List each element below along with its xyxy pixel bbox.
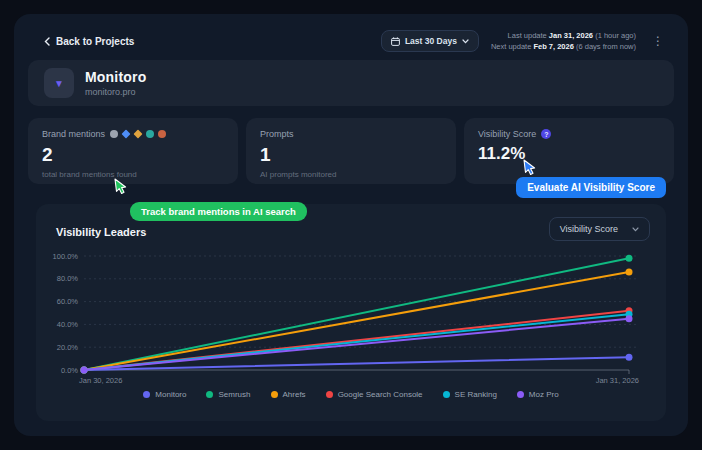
chevron-left-icon [44,37,50,46]
prompts-label: Prompts [260,129,294,139]
legend-item-monitoro[interactable]: Monitoro [143,390,186,399]
next-update-date: Feb 7, 2026 [533,42,573,51]
help-icon[interactable]: ? [541,129,551,139]
y-axis-tick-label: 40.0% [57,320,79,329]
legend-dot-icon [206,391,213,398]
header-right: Last 30 Days Last update Jan 31, 2026 (1… [381,30,668,52]
legend-label: Monitoro [155,390,186,399]
y-axis-tick-label: 60.0% [57,297,79,306]
legend-label: Semrush [218,390,250,399]
last-update-date: Jan 31, 2026 [549,31,593,40]
last-update-ago: (1 hour ago) [595,31,636,40]
legend-dot-icon [443,391,450,398]
x-axis-tick-label: Jan 31, 2026 [596,376,639,385]
legend-dot-icon [271,391,278,398]
y-axis-tick-label: 0.0% [61,366,78,375]
project-domain: monitoro.pro [85,87,146,97]
update-info: Last update Jan 31, 2026 (1 hour ago) Ne… [491,30,636,52]
project-name: Monitoro [85,69,146,85]
visibility-leaders-panel: Visibility Leaders Visibility Score 100.… [36,204,666,421]
claude-icon [158,130,166,138]
visibility-score-card: Visibility Score ? 11.2% [464,118,674,184]
prompts-sub: AI prompts monitored [260,170,442,179]
gemini-icon [122,129,131,138]
legend-dot-icon [326,391,333,398]
prompts-value: 1 [260,144,442,166]
project-meta: Monitoro monitoro.pro [85,69,146,97]
x-axis-tick-label: Jan 30, 2026 [79,376,122,385]
ai-provider-icons [110,130,166,138]
chart-legend: MonitoroSemrushAhrefsGoogle Search Conso… [36,390,666,399]
series-end-dot [626,354,633,361]
green-collab-cursor-icon [113,178,128,195]
blue-collab-cursor-icon [522,159,537,176]
brand-mentions-value: 2 [42,144,224,166]
legend-item-semrush[interactable]: Semrush [206,390,250,399]
back-label: Back to Projects [56,36,134,47]
legend-label: Moz Pro [529,390,559,399]
copilot-icon [134,129,143,138]
date-range-label: Last 30 Days [405,36,457,46]
series-end-dot [626,315,633,322]
visibility-score-label: Visibility Score [478,129,536,139]
series-line-semrush [84,258,629,370]
next-update-ago: (6 days from now) [576,42,636,51]
deepseek-icon [146,130,154,138]
next-update-label: Next update [491,42,531,51]
logo-triangle-icon: ▼ [54,78,64,89]
visibility-line-chart: 100.0%80.0%60.0%40.0%20.0%0.0%Jan 30, 20… [36,204,666,421]
series-end-dot [626,268,633,275]
last-update-line: Last update Jan 31, 2026 (1 hour ago) [491,30,636,41]
series-end-dot [626,255,633,262]
y-axis-tick-label: 20.0% [57,343,79,352]
last-update-label: Last update [508,31,547,40]
legend-dot-icon [143,391,150,398]
y-axis-tick-label: 80.0% [57,274,79,283]
legend-item-moz-pro[interactable]: Moz Pro [517,390,559,399]
series-line-monitoro [84,357,629,370]
series-start-dot [81,367,88,374]
back-to-projects-link[interactable]: Back to Projects [44,36,134,47]
track-mentions-badge: Track brand mentions in AI search [130,202,307,221]
project-card: ▼ Monitoro monitoro.pro [28,60,674,106]
next-update-line: Next update Feb 7, 2026 (6 days from now… [491,41,636,52]
openai-icon [110,130,118,138]
series-line-ahrefs [84,272,629,370]
kebab-menu-icon[interactable]: ⋮ [648,32,668,50]
brand-mentions-sub: total brand mentions found [42,170,224,179]
stats-row: Brand mentions 2 total brand mentions fo… [28,118,674,184]
calendar-icon [391,37,400,46]
legend-item-ahrefs[interactable]: Ahrefs [271,390,306,399]
dashboard-window: Back to Projects Last 30 Days Last updat… [14,14,688,436]
legend-label: SE Ranking [455,390,497,399]
series-line-moz-pro [84,319,629,370]
evaluate-visibility-button[interactable]: Evaluate AI Visibility Score [516,177,666,198]
legend-item-se-ranking[interactable]: SE Ranking [443,390,497,399]
legend-label: Google Search Console [338,390,423,399]
brand-mentions-card: Brand mentions 2 total brand mentions fo… [28,118,238,184]
legend-label: Ahrefs [283,390,306,399]
date-range-button[interactable]: Last 30 Days [381,30,479,52]
legend-item-google-search-console[interactable]: Google Search Console [326,390,423,399]
chevron-down-icon [462,39,469,44]
prompts-card: Prompts 1 AI prompts monitored [246,118,456,184]
project-logo: ▼ [44,68,74,98]
legend-dot-icon [517,391,524,398]
y-axis-tick-label: 100.0% [53,252,79,261]
visibility-score-value: 11.2% [478,144,660,164]
brand-mentions-label: Brand mentions [42,129,105,139]
